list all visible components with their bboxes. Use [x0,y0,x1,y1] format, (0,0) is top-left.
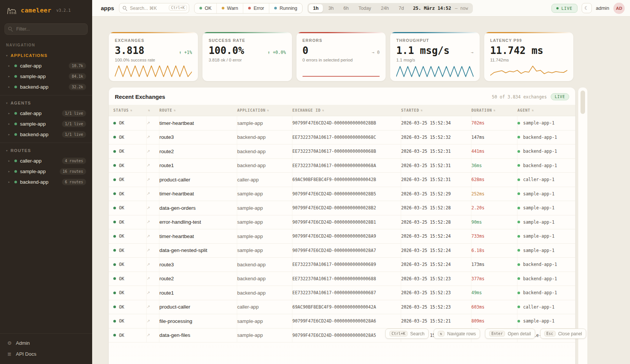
hotkey-keycap: Ctrl+K [389,331,408,336]
open-detail-icon[interactable]: ↗ [147,149,150,154]
kpi-card[interactable]: LATENCY P99 11.742 ms 11.742ms [484,32,573,81]
table-row[interactable]: OK ↗ route3 backend-app EE7322370A10617-… [109,258,575,272]
open-detail-icon[interactable]: ↗ [147,135,150,140]
application-cell: backend-app [237,144,292,158]
status-dot [14,133,17,136]
table-row[interactable]: OK ↗ error-handling-test sample-app 9079… [109,215,575,230]
hotkey-hint: Enter Open detail [485,329,535,339]
sidebar-item-application[interactable]: ▸ caller-app 10.7k [4,60,88,71]
time-range-button[interactable]: 24h [377,4,394,12]
kpi-card[interactable]: THROUGHPUT 1.1 msg/s → 1.1 msg/s [390,32,479,81]
table-row[interactable]: OK ↗ product-caller caller-app 69AC90BF8… [109,173,575,187]
time-range-button[interactable]: 3h [324,4,338,12]
filter-input[interactable] [5,23,88,35]
route-cell: file-processing [159,314,237,328]
kpi-card[interactable]: EXCHANGES 3.818 ↑ +1% 100.0% success rat… [109,32,198,81]
column-header-exchange-id[interactable]: EXCHANGE ID⇅ [292,108,401,112]
table-header: STATUS⇅ ⇅ ROUTE⇅ APPLICATION⇅ EXCHANGE I… [109,105,575,116]
open-detail-icon[interactable]: ↗ [147,276,150,281]
sidebar-item-agent[interactable]: ▸ caller-app 1/1 live [4,108,88,118]
sidebar-item-agent[interactable]: ▸ backend-app 1/1 live [4,129,88,140]
column-header-expand[interactable]: ⇅ [147,109,159,112]
time-range-button[interactable]: 6h [339,4,353,12]
column-header-agent[interactable]: AGENT⇅ [517,108,575,112]
sidebar-item-application[interactable]: ▸ sample-app 84.1k [4,71,88,81]
live-toggle[interactable]: LIVE [551,4,577,13]
column-header-started[interactable]: STARTED⇅ [401,108,471,112]
exchange-id-cell: 90799F47E6CD24D-00000000000028BB [292,116,401,130]
scrollbar-thumb[interactable] [581,91,585,114]
duration-cell: 733ms [471,229,517,243]
table-row[interactable]: OK ↗ route2 backend-app EE7322370A10617-… [109,144,575,159]
column-header-duration[interactable]: DURATION⇅ [471,108,517,112]
open-detail-icon[interactable]: ↗ [147,163,150,168]
section-header-agents[interactable]: ▾ AGENTS [4,99,88,108]
sidebar-item-api-docs[interactable]: ≣ API Docs [5,349,88,359]
count-badge: 84.1k [69,73,86,80]
open-detail-icon[interactable]: ↗ [147,220,150,224]
context-tab-apps[interactable]: apps [101,5,114,11]
table-row[interactable]: OK ↗ timer-heartbeat sample-app 90799F47… [109,116,575,131]
time-range-button[interactable]: 1h [309,4,323,12]
table-row[interactable]: OK ↗ timer-heartbeat sample-app 90799F47… [109,187,575,201]
status-filter-chip[interactable]: Warn [216,3,243,13]
kpi-card[interactable]: SUCCESS RATE 100.0% ↑ +0.0% 3.818 ok / 0… [202,32,292,81]
table-row[interactable]: OK ↗ data-gen-nested-split sample-app 90… [109,244,575,258]
theme-toggle-button[interactable]: ☾ [582,3,592,13]
table-row[interactable]: OK ↗ timer-heartbeat sample-app 90799F47… [109,229,575,244]
date-range-suffix: — now [455,6,472,11]
open-detail-icon[interactable]: ↗ [147,290,150,295]
table-body: OK ↗ timer-heartbeat sample-app 90799F47… [109,116,575,342]
routes-count-badge: 16 routes [60,168,86,175]
open-detail-icon[interactable]: ↗ [147,234,150,239]
open-detail-icon[interactable]: ↗ [147,177,150,182]
status-filter-chip[interactable]: Running [269,3,302,13]
application-cell: backend-app [237,258,292,272]
column-header-status[interactable]: STATUS⇅ [113,108,147,112]
ok-status-dot [113,249,116,252]
sidebar-item-route-group[interactable]: ▸ backend-app 6 routes [4,177,88,187]
duration-cell: 441ms [471,144,517,158]
application-cell: caller-app [237,173,292,187]
section-header-routes[interactable]: ▾ ROUTES [4,147,88,155]
status-filter-chip[interactable]: OK [195,3,216,13]
table-row[interactable]: OK ↗ route2 backend-app EE7322370A10617-… [109,272,575,286]
open-detail-icon[interactable]: ↗ [147,304,150,309]
open-detail-icon[interactable]: ↗ [147,333,150,338]
date-range-label[interactable]: 25. März 14:52 [409,6,454,11]
kpi-card[interactable]: ERRORS 0 → 0 0 errors in selected period [296,32,386,81]
column-header-application[interactable]: APPLICATION⇅ [237,108,292,112]
sidebar-item-admin[interactable]: ⚙ Admin [5,338,88,349]
table-row[interactable]: OK ↗ file-processing sample-app 90799F47… [109,314,575,329]
sidebar-item-agent[interactable]: ▸ sample-app 1/1 live [4,118,88,129]
app-logo[interactable]: cameleer v3.2.1 [0,0,92,20]
open-detail-icon[interactable]: ↗ [147,191,150,196]
section-header-applications[interactable]: ▾ APPLICATIONS [4,52,88,60]
open-detail-icon[interactable]: ↗ [147,206,150,210]
open-detail-icon[interactable]: ↗ [147,248,150,253]
application-cell: sample-app [237,116,292,130]
open-detail-icon[interactable]: ↗ [147,319,150,324]
table-row[interactable]: OK ↗ route1 backend-app EE7322370A10617-… [109,159,575,173]
avatar[interactable]: AD [613,3,625,14]
sidebar-item-application[interactable]: ▸ backend-app 32.2k [4,81,88,92]
table-row[interactable]: OK ↗ route1 backend-app EE7322370A10617-… [109,286,575,300]
sort-icon: ⇅ [322,109,324,112]
exchange-id-cell: 90799F47E6CD24D-00000000000028B1 [292,215,401,229]
status-filter-chip[interactable]: Error [243,3,269,13]
application-cell: backend-app [237,159,292,173]
status-cell: OK [113,258,147,272]
sidebar-item-route-group[interactable]: ▸ sample-app 16 routes [4,166,88,177]
sidebar-item-route-group[interactable]: ▸ caller-app 4 routes [4,155,88,166]
table-row[interactable]: OK ↗ route3 backend-app EE7322370A10617-… [109,131,575,145]
open-detail-icon[interactable]: ↗ [147,121,150,126]
time-range-button[interactable]: 7d [394,4,408,12]
table-row[interactable]: OK ↗ data-gen-orders sample-app 90799F47… [109,201,575,215]
exchange-id-cell: EE7322370A10617-0000000000000688 [292,272,401,286]
table-row[interactable]: OK ↗ product-caller caller-app 69AC90BF8… [109,300,575,315]
time-range-button[interactable]: Today [354,4,375,12]
content-scrollbar[interactable] [578,88,587,364]
open-detail-icon[interactable]: ↗ [147,262,150,267]
gear-icon: ⚙ [7,340,12,346]
column-header-route[interactable]: ROUTE⇅ [159,108,237,112]
